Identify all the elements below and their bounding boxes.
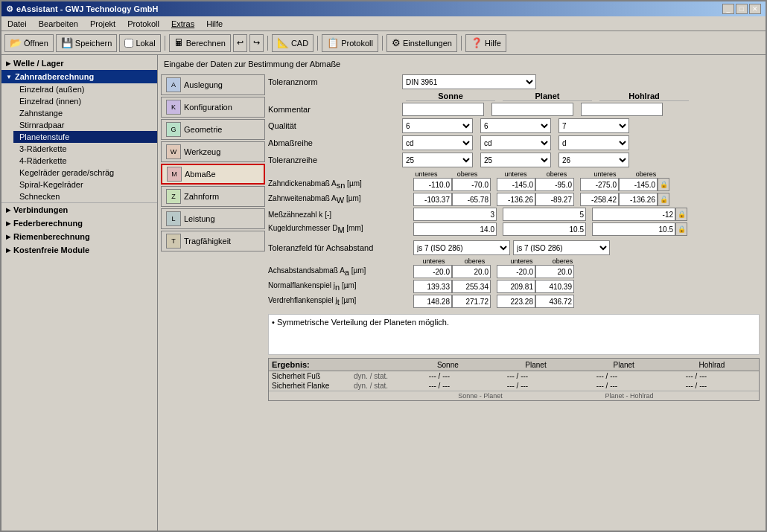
sidebar-item-riemenberechnung[interactable]: ▶ Riemenberechnung [1,230,157,243]
sidebar-item-schnecken[interactable]: Schnecken [13,190,157,202]
zahnweite-planet-unteres[interactable] [497,193,535,206]
toleranzfeld-row: Toleranzfeld für Achsabstand js 7 (ISO 2… [268,240,763,255]
sub-oberes-1: oberes [447,170,488,178]
zahndicke-sonne-oberes[interactable] [452,178,491,191]
toleranzfeld-select-2[interactable]: js 7 (ISO 286) [513,240,610,255]
auslegung-button[interactable]: A Auslegung [161,74,265,95]
achsabstand-col2-unteres[interactable] [497,265,535,278]
menu-hilfe[interactable]: Hilfe [203,19,226,29]
sidebar-item-4-raederkette[interactable]: 4-Räderkette [13,155,157,167]
toleranzreihe-sonne-select[interactable]: 25 [402,153,473,167]
achsabstand-col1-oberes[interactable] [452,265,491,278]
abmasse-button[interactable]: M Abmaße [161,164,265,185]
sidebar-item-einzelrad-innen[interactable]: Einzelrad (innen) [13,95,157,107]
undo-button[interactable]: ↩ [233,34,247,52]
cad-icon: 📐 [277,37,289,48]
toleranzreihe-hohlrad-select[interactable]: 26 [558,153,629,167]
einstellungen-button[interactable]: ⚙ Einstellungen [386,34,457,52]
kommentar-planet[interactable] [491,103,573,116]
zahnweite-hohlrad-unteres[interactable] [580,193,619,206]
sidebar-item-kegelraeder[interactable]: Kegelräder gerade/schräg [13,167,157,179]
save-button[interactable]: 💾 Speichern [56,34,118,52]
open-button[interactable]: 📂 Öffnen [4,34,54,52]
berechnen-button[interactable]: 🖩 Berechnen [169,34,231,52]
verdrehflanke-col1-oberes[interactable] [452,295,491,308]
hilfe-button[interactable]: ❓ Hilfe [465,34,506,52]
abmassreihe-label: Abmaßreihe [268,138,402,147]
zahnform-button[interactable]: Z Zahnform [161,186,265,207]
menu-projekt[interactable]: Projekt [87,19,118,29]
qualitaet-sonne-select[interactable]: 6 [402,118,473,133]
normalflanke-col1-unteres[interactable] [413,280,452,293]
normalflanke-col1-oberes[interactable] [452,280,491,293]
abmassreihe-planet-select[interactable]: cd [480,135,551,150]
kommentar-hohlrad[interactable] [581,103,663,116]
menu-extras[interactable]: Extras [168,19,197,29]
messzaehnezahl-hohlrad[interactable] [592,208,675,221]
zahndicke-hohlrad-oberes[interactable] [619,178,658,191]
menu-datei[interactable]: Datei [4,19,30,29]
zahnweite-planet-oberes[interactable] [535,193,574,206]
kugeldurchmesser-planet[interactable] [503,222,586,236]
zahndicke-planet-unteres[interactable] [497,178,535,191]
minimize-button[interactable]: _ [722,4,734,14]
verdrehflanke-col2-oberes[interactable] [535,295,574,308]
toleranznorm-select[interactable]: DIN 3961 [402,74,536,89]
sidebar-item-zahnradberechnung[interactable]: ▼ Zahnradberechnung [1,70,157,83]
verdrehflanke-col1-unteres[interactable] [413,295,452,308]
zahndicke-hohlrad-unteres[interactable] [580,178,619,191]
sidebar-item-federberechnung[interactable]: ▶ Federberechnung [1,217,157,230]
menu-bearbeiten[interactable]: Bearbeiten [36,19,81,29]
werkzeug-button[interactable]: W Werkzeug [161,141,265,162]
sicherheit-fuss-val3: --- / --- [562,372,652,380]
qualitaet-hohlrad-select[interactable]: 7 [558,118,629,133]
lokal-check[interactable] [124,39,133,48]
messzaehnezahl-sonne[interactable] [413,208,497,221]
sidebar-item-welle-lager[interactable]: ▶ Welle / Lager [1,57,157,70]
zahndicke-planet-oberes[interactable] [535,178,574,191]
zahnweite-sonne-oberes[interactable] [452,193,491,206]
kugeldurchmesser-sonne[interactable] [413,222,497,236]
maximize-button[interactable]: □ [736,4,748,14]
sidebar-item-spiral-kegelraeder[interactable]: Spiral-Kegelräder [13,179,157,190]
menu-protokoll[interactable]: Protokoll [124,19,162,29]
achsabstand-col2-oberes[interactable] [535,265,574,278]
cad-button[interactable]: 📐 CAD [272,34,314,52]
sidebar-item-kostenfreie-module[interactable]: ▶ Kostenfreie Module [1,243,157,257]
abmassreihe-hohlrad-select[interactable]: d [558,135,629,150]
close-button[interactable]: ✕ [749,4,761,14]
kommentar-sonne[interactable] [402,103,484,116]
normalflanke-col2-unteres[interactable] [497,280,535,293]
zahndicke-sonne-unteres[interactable] [413,178,452,191]
sicherheit-flanke-val4: --- / --- [652,382,741,390]
konfiguration-button[interactable]: K Konfiguration [161,97,265,118]
sidebar-item-zahnstange[interactable]: Zahnstange [13,107,157,119]
messzaehnezahl-lock[interactable]: 🔒 [675,208,687,221]
lokal-checkbox[interactable]: Lokal [119,34,160,52]
abmassreihe-sonne-select[interactable]: cd [402,135,473,150]
qualitaet-planet-select[interactable]: 6 [480,118,551,133]
geometrie-button[interactable]: G Geometrie [161,119,265,140]
achsabstand-col1-unteres[interactable] [413,265,452,278]
toleranzreihe-planet-select[interactable]: 25 [480,153,551,167]
sidebar-item-stirnradpaar[interactable]: Stirnradpaar [13,119,157,131]
sidebar-item-planetenstufe[interactable]: Planetenstufe [13,131,157,143]
kugeldurchmesser-lock[interactable]: 🔒 [675,222,687,236]
sidebar-item-verbindungen[interactable]: ▶ Verbindungen [1,202,157,217]
zahnweite-sonne-unteres[interactable] [413,193,452,206]
zahndicke-lock[interactable]: 🔒 [658,178,669,191]
zahnweite-hohlrad-oberes[interactable] [619,193,658,206]
leistung-button[interactable]: L Leistung [161,208,265,229]
sidebar-item-einzelrad-aussen[interactable]: Einzelrad (außen) [13,83,157,95]
messzaehnezahl-planet[interactable] [503,208,586,221]
verdrehflanke-label: Verdrehflankenspiel jt [µm] [268,296,413,307]
protokoll-button[interactable]: 📋 Protokoll [322,34,378,52]
normalflanke-col2-oberes[interactable] [535,280,574,293]
tragfaehigkeit-button[interactable]: T Tragfähigkeit [161,231,265,251]
kugeldurchmesser-hohlrad[interactable] [592,222,675,236]
verdrehflanke-col2-unteres[interactable] [497,295,535,308]
sidebar-item-3-raederkette[interactable]: 3-Räderkette [13,143,157,155]
toleranzfeld-select-1[interactable]: js 7 (ISO 286) [413,240,510,255]
redo-button[interactable]: ↪ [249,34,264,52]
zahnweite-lock[interactable]: 🔓 [658,193,669,206]
